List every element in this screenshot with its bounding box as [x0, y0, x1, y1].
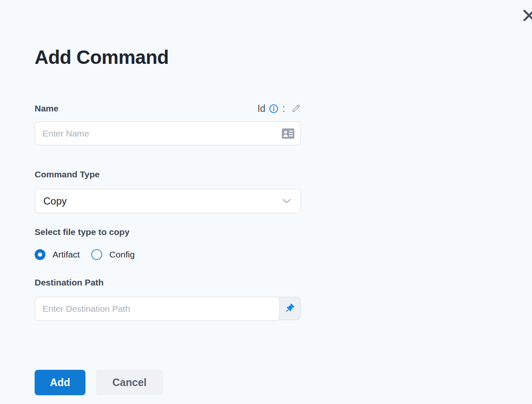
cancel-button[interactable]: Cancel: [96, 370, 163, 395]
name-label: Name: [35, 104, 58, 114]
edit-pencil-icon[interactable]: [291, 104, 301, 114]
radio-option-artifact[interactable]: Artifact: [35, 249, 80, 260]
command-type-select[interactable]: Copy: [35, 189, 301, 213]
id-separator: :: [283, 103, 285, 114]
destination-path-input[interactable]: [35, 297, 280, 321]
close-icon: [522, 17, 532, 24]
command-type-label: Command Type: [35, 169, 100, 179]
destination-path-label: Destination Path: [35, 278, 104, 288]
pushpin-icon[interactable]: [284, 303, 295, 314]
name-label-row: Name Id :: [35, 102, 301, 115]
name-field-container: [35, 121, 301, 145]
radio-artifact-selected-icon[interactable]: [35, 249, 45, 260]
file-type-label: Select file type to copy: [35, 227, 130, 237]
close-button[interactable]: [522, 8, 532, 23]
file-type-radio-group: Artifact Config: [35, 248, 135, 261]
chevron-down-icon: [282, 198, 291, 204]
radio-config-label: Config: [109, 250, 135, 260]
destination-path-field-container: [35, 297, 301, 320]
info-icon[interactable]: [269, 104, 279, 114]
id-label: Id: [257, 103, 265, 114]
id-group: Id :: [257, 103, 301, 114]
contact-card-icon: [282, 128, 294, 139]
add-button[interactable]: Add: [35, 370, 85, 395]
radio-config-unselected-icon[interactable]: [91, 249, 102, 260]
radio-option-config[interactable]: Config: [91, 249, 135, 260]
action-button-row: Add Cancel: [35, 370, 163, 395]
page-title: Add Command: [35, 46, 169, 68]
command-type-value: Copy: [43, 195, 67, 207]
name-input[interactable]: [35, 122, 300, 145]
radio-artifact-label: Artifact: [53, 250, 80, 260]
